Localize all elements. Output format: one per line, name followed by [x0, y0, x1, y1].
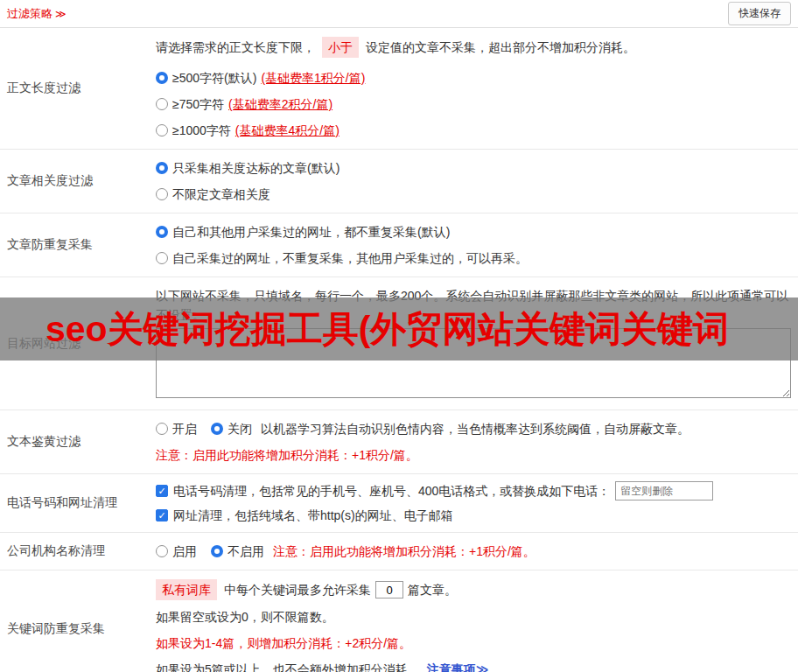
- length-filter-intro: 请选择需求的正文长度下限， 小于 设定值的文章不采集，超出部分不增加积分消耗。: [156, 37, 791, 58]
- intro-before: 请选择需求的正文长度下限，: [156, 38, 315, 57]
- row-label-length-filter: 正文长度过滤: [0, 80, 149, 96]
- watermark-overlay: seo关键词挖掘工具(外贸网站关键词关键词: [0, 298, 798, 360]
- radio-option-company-on[interactable]: 启用: [156, 542, 211, 561]
- option-text: ≥1000字符: [172, 121, 231, 140]
- option-text: 启用: [172, 542, 197, 561]
- row-label-relevance-filter: 文章相关度过滤: [0, 173, 149, 189]
- radio-icon[interactable]: [156, 226, 168, 238]
- row-content-company-clean: 启用 不启用 注意：启用此功能将增加积分消耗：+1积分/篇。: [149, 533, 798, 570]
- option-text: ≥500字符(默认): [172, 68, 256, 88]
- topbar: 过滤策略≫ 快速保存: [0, 0, 798, 28]
- radio-option-500-chars[interactable]: ≥500字符(默认) (基础费率1积分/篇): [156, 68, 791, 88]
- option-text: 不启用: [228, 542, 264, 561]
- row-content-dedup-filter: 自己和其他用户采集过的网址，都不重复采集(默认) 自己采集过的网址，不重复采集，…: [149, 214, 798, 276]
- option-text: 电话号码清理，包括常见的手机号、座机号、400电话格式，或替换成如下电话：: [173, 481, 610, 500]
- radio-option-750-chars[interactable]: ≥750字符 (基础费率2积分/篇): [156, 94, 791, 114]
- fee-note: (基础费率1积分/篇): [261, 68, 365, 88]
- radio-icon[interactable]: [156, 124, 168, 136]
- row-content-relevance-filter: 只采集相关度达标的文章(默认) 不限定文章相关度: [149, 150, 798, 213]
- radio-icon[interactable]: [156, 72, 168, 84]
- keyword-dedup-line4: 如果设为5篇或以上，也不会额外增加积分消耗。 注意事项≫: [156, 660, 791, 672]
- quick-save-button[interactable]: 快速保存: [728, 2, 791, 25]
- option-text: 关闭: [228, 419, 252, 438]
- row-label-dedup-filter: 文章防重复采集: [0, 237, 149, 253]
- option-text: 自己采集过的网址，不重复采集，其他用户采集过的，可以再采。: [172, 248, 528, 268]
- filter-strategy-page: 过滤策略≫ 快速保存 正文长度过滤 请选择需求的正文长度下限， 小于 设定值的文…: [0, 0, 798, 672]
- section-porn-filter: 文本鉴黄过滤 开启 关闭 以机器学习算法自动识别色情内容，当色情概率达到系统阈值…: [0, 410, 798, 474]
- radio-icon[interactable]: [156, 545, 168, 557]
- checkbox-icon[interactable]: [156, 485, 168, 497]
- keyword-dedup-line1: 私有词库 中每个关键词最多允许采集 篇文章。: [156, 579, 791, 600]
- phone-replace-input[interactable]: [615, 481, 713, 500]
- section-phone-url-clean: 电话号码和网址清理 电话号码清理，包括常见的手机号、座机号、400电话格式，或替…: [0, 474, 798, 533]
- row-label-porn-filter: 文本鉴黄过滤: [0, 434, 149, 450]
- radio-option-porn-off[interactable]: 关闭: [211, 419, 252, 438]
- fee-note: (基础费率4积分/篇): [235, 121, 340, 140]
- option-text: 网址清理，包括纯域名、带http(s)的网址、电子邮箱: [173, 506, 453, 525]
- company-clean-options: 启用 不启用 注意：启用此功能将增加积分消耗：+1积分/篇。: [156, 542, 791, 561]
- radio-icon[interactable]: [156, 423, 168, 435]
- section-length-filter: 正文长度过滤 请选择需求的正文长度下限， 小于 设定值的文章不采集，超出部分不增…: [0, 28, 798, 150]
- fee-note: (基础费率2积分/篇): [228, 94, 332, 114]
- radio-icon[interactable]: [211, 423, 223, 435]
- highlight-private-thesaurus: 私有词库: [156, 579, 217, 600]
- checkbox-phone-clean[interactable]: 电话号码清理，包括常见的手机号、座机号、400电话格式，或替换成如下电话：: [156, 481, 610, 500]
- radio-option-dedup-all-users[interactable]: 自己和其他用户采集过的网址，都不重复采集(默认): [156, 222, 791, 242]
- radio-icon[interactable]: [156, 188, 168, 200]
- section-relevance-filter: 文章相关度过滤 只采集相关度达标的文章(默认) 不限定文章相关度: [0, 150, 798, 214]
- phone-clean-line: 电话号码清理，包括常见的手机号、座机号、400电话格式，或替换成如下电话：: [156, 481, 791, 500]
- page-title-text: 过滤策略: [7, 7, 52, 20]
- porn-filter-options: 开启 关闭 以机器学习算法自动识别色情内容，当色情概率达到系统阈值，自动屏蔽文章…: [156, 419, 791, 438]
- row-content-keyword-dedup: 私有词库 中每个关键词最多允许采集 篇文章。 如果留空或设为0，则不限篇数。 如…: [149, 570, 798, 672]
- porn-filter-warning: 注意：启用此功能将增加积分消耗：+1积分/篇。: [156, 445, 791, 465]
- radio-option-company-off[interactable]: 不启用: [211, 542, 264, 561]
- row-label-keyword-dedup: 关键词防重复采集: [0, 621, 149, 637]
- option-text: 开启: [172, 419, 197, 438]
- intro-after: 设定值的文章不采集，超出部分不增加积分消耗。: [366, 38, 635, 57]
- checkbox-icon[interactable]: [156, 509, 168, 522]
- radio-icon[interactable]: [211, 545, 223, 557]
- max-articles-input[interactable]: [375, 581, 403, 598]
- notes-link[interactable]: 注意事项≫: [427, 660, 489, 672]
- company-clean-warning: 注意：启用此功能将增加积分消耗：+1积分/篇。: [273, 542, 536, 561]
- row-label-phone-url-clean: 电话号码和网址清理: [0, 495, 149, 511]
- row-content-phone-url-clean: 电话号码清理，包括常见的手机号、座机号、400电话格式，或替换成如下电话： 网址…: [149, 474, 798, 532]
- chevron-down-icon: ≫: [55, 8, 66, 20]
- section-dedup-filter: 文章防重复采集 自己和其他用户采集过的网址，都不重复采集(默认) 自己采集过的网…: [0, 214, 798, 277]
- row-content-porn-filter: 开启 关闭 以机器学习算法自动识别色情内容，当色情概率达到系统阈值，自动屏蔽文章…: [149, 410, 798, 473]
- radio-option-dedup-self-only[interactable]: 自己采集过的网址，不重复采集，其他用户采集过的，可以再采。: [156, 248, 791, 268]
- porn-filter-description: 以机器学习算法自动识别色情内容，当色情概率达到系统阈值，自动屏蔽文章。: [261, 419, 690, 438]
- section-keyword-dedup: 关键词防重复采集 私有词库 中每个关键词最多允许采集 篇文章。 如果留空或设为0…: [0, 570, 798, 672]
- keyword-dedup-line2: 如果留空或设为0，则不限篇数。: [156, 607, 791, 626]
- option-text: 不限定文章相关度: [172, 185, 270, 204]
- line4-text: 如果设为5篇或以上，也不会额外增加积分消耗。: [156, 660, 420, 672]
- row-label-company-clean: 公司机构名称清理: [0, 543, 149, 559]
- option-text: 自己和其他用户采集过的网址，都不重复采集(默认): [172, 222, 450, 242]
- watermark-text: seo关键词挖掘工具(外贸网站关键词关键词: [0, 305, 729, 354]
- radio-option-1000-chars[interactable]: ≥1000字符 (基础费率4积分/篇): [156, 121, 791, 140]
- page-title[interactable]: 过滤策略≫: [7, 6, 66, 22]
- radio-option-porn-on[interactable]: 开启: [156, 419, 211, 438]
- checkbox-url-clean[interactable]: 网址清理，包括纯域名、带http(s)的网址、电子邮箱: [156, 506, 453, 525]
- radio-icon[interactable]: [156, 98, 168, 110]
- section-company-clean: 公司机构名称清理 启用 不启用 注意：启用此功能将增加积分消耗：+1积分/篇。: [0, 533, 798, 570]
- line1-middle-text: 中每个关键词最多允许采集: [224, 580, 371, 599]
- highlight-less-than: 小于: [322, 37, 359, 58]
- line1-after-text: 篇文章。: [408, 580, 457, 599]
- option-text: 只采集相关度达标的文章(默认): [172, 158, 340, 178]
- option-text: ≥750字符: [172, 94, 224, 114]
- radio-icon[interactable]: [156, 252, 168, 264]
- keyword-dedup-line3: 如果设为1-4篇，则增加积分消耗：+2积分/篇。: [156, 634, 791, 653]
- row-content-length-filter: 请选择需求的正文长度下限， 小于 设定值的文章不采集，超出部分不增加积分消耗。 …: [149, 28, 798, 149]
- radio-option-relevance-default[interactable]: 只采集相关度达标的文章(默认): [156, 158, 791, 178]
- url-clean-line: 网址清理，包括纯域名、带http(s)的网址、电子邮箱: [156, 506, 791, 525]
- radio-option-relevance-unlimited[interactable]: 不限定文章相关度: [156, 185, 791, 204]
- radio-icon[interactable]: [156, 162, 168, 174]
